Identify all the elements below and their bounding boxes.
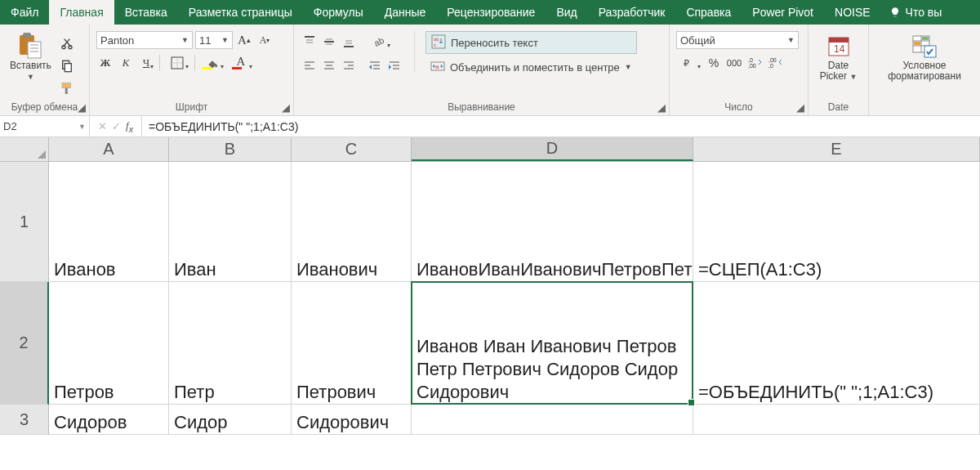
cell-E2[interactable]: =ОБЪЕДИНИТЬ(" ";1;A1:C3) bbox=[693, 282, 980, 405]
decrease-decimal-button[interactable]: ,00,0 bbox=[766, 54, 784, 72]
borders-button[interactable]: ▾ bbox=[164, 54, 190, 72]
align-right-button[interactable] bbox=[340, 57, 358, 75]
format-painter-button[interactable] bbox=[58, 80, 76, 98]
bold-button[interactable]: Ж bbox=[96, 54, 114, 72]
cell-E1[interactable]: =СЦЕП(A1:C3) bbox=[693, 162, 980, 282]
group-label-number: Число bbox=[676, 100, 801, 115]
font-size-combo[interactable]: 11▼ bbox=[195, 31, 233, 49]
row-header-3[interactable]: 3 bbox=[0, 405, 49, 435]
fill-color-button[interactable]: ▾ bbox=[199, 54, 225, 72]
cell-C2[interactable]: Петрович bbox=[292, 282, 412, 405]
row-header-2[interactable]: 2 bbox=[0, 282, 49, 405]
row-header-1[interactable]: 1 bbox=[0, 162, 49, 282]
tell-me-search[interactable]: Что вы bbox=[889, 0, 942, 25]
tab-file[interactable]: Файл bbox=[0, 0, 49, 25]
group-label-date: Date bbox=[815, 100, 862, 115]
cell-C1[interactable]: Иванович bbox=[292, 162, 412, 282]
cell-D3[interactable] bbox=[412, 405, 693, 435]
tab-help[interactable]: Справка bbox=[675, 0, 742, 25]
col-header-E[interactable]: E bbox=[693, 137, 980, 161]
group-clipboard: Вставить▼ Буфер обмена ◢ bbox=[0, 25, 90, 115]
align-middle-button[interactable] bbox=[320, 33, 338, 51]
tab-noise[interactable]: NOISE bbox=[824, 0, 881, 25]
svg-text:₽: ₽ bbox=[684, 58, 689, 68]
tab-formulas[interactable]: Формулы bbox=[303, 0, 374, 25]
copy-button[interactable] bbox=[58, 57, 76, 75]
svg-text:14: 14 bbox=[834, 43, 845, 55]
insert-function-button[interactable]: fx bbox=[126, 119, 133, 134]
underline-button[interactable]: Ч▾ bbox=[137, 54, 155, 72]
tab-insert[interactable]: Вставка bbox=[114, 0, 178, 25]
decrease-indent-button[interactable] bbox=[366, 57, 384, 75]
tab-home[interactable]: Главная bbox=[49, 0, 114, 25]
group-label-alignment: Выравнивание bbox=[301, 100, 662, 115]
column-headers: A B C D E bbox=[0, 137, 980, 162]
svg-rect-10 bbox=[62, 83, 71, 88]
tell-me-label: Что вы bbox=[906, 6, 942, 19]
cell-A2[interactable]: Петров bbox=[49, 282, 169, 405]
align-left-button[interactable] bbox=[301, 57, 318, 75]
clipboard-launcher[interactable]: ◢ bbox=[75, 101, 87, 114]
number-launcher[interactable]: ◢ bbox=[794, 101, 806, 114]
decrease-font-button[interactable]: A▾ bbox=[256, 31, 274, 49]
tab-developer[interactable]: Разработчик bbox=[588, 0, 676, 25]
cell-A3[interactable]: Сидоров bbox=[49, 405, 169, 435]
wrap-text-button[interactable]: abc Переносить текст bbox=[425, 31, 637, 54]
percent-format-button[interactable]: % bbox=[705, 54, 723, 72]
svg-point-7 bbox=[69, 46, 72, 49]
alignment-launcher[interactable]: ◢ bbox=[655, 101, 667, 114]
paste-button[interactable]: Вставить▼ bbox=[7, 31, 55, 84]
increase-indent-button[interactable] bbox=[385, 57, 403, 75]
enter-formula-button[interactable]: ✓ bbox=[112, 120, 121, 132]
group-date: 14 Date Picker ▼ Date bbox=[808, 25, 869, 115]
tab-review[interactable]: Рецензирование bbox=[436, 0, 546, 25]
lightbulb-icon bbox=[889, 7, 901, 18]
svg-rect-58 bbox=[914, 42, 920, 45]
date-picker-button[interactable]: 14 Date Picker ▼ bbox=[815, 31, 862, 84]
align-center-button[interactable] bbox=[320, 57, 338, 75]
font-name-combo[interactable]: Panton▼ bbox=[96, 31, 193, 49]
col-header-B[interactable]: B bbox=[169, 137, 292, 161]
svg-point-6 bbox=[62, 46, 65, 49]
name-box[interactable]: D2▼ bbox=[0, 116, 90, 137]
cell-C3[interactable]: Сидорович bbox=[292, 405, 412, 435]
orientation-button[interactable]: ab▾ bbox=[366, 33, 392, 51]
number-format-combo[interactable]: Общий▼ bbox=[676, 31, 799, 49]
conditional-formatting-button[interactable]: Условное форматировани bbox=[875, 31, 973, 83]
group-styles: Условное форматировани bbox=[869, 25, 980, 115]
align-bottom-button[interactable] bbox=[340, 33, 358, 51]
merge-center-button[interactable]: a Объединить и поместить в центре ▼ bbox=[425, 57, 637, 77]
tab-view[interactable]: Вид bbox=[546, 0, 587, 25]
tab-page-layout[interactable]: Разметка страницы bbox=[178, 0, 303, 25]
tab-power-pivot[interactable]: Power Pivot bbox=[742, 0, 824, 25]
tab-data[interactable]: Данные bbox=[374, 0, 437, 25]
cell-D1[interactable]: ИвановИванИвановичПетровПетрПетровичСидо… bbox=[412, 162, 693, 282]
col-header-D[interactable]: D bbox=[412, 137, 693, 161]
select-all-corner[interactable] bbox=[0, 137, 49, 161]
cell-E3[interactable] bbox=[693, 405, 980, 435]
align-top-button[interactable] bbox=[301, 33, 318, 51]
increase-font-button[interactable]: A▴ bbox=[235, 31, 253, 49]
merge-icon: a bbox=[430, 59, 445, 76]
cells-area[interactable]: Иванов Иван Иванович ИвановИванИвановичП… bbox=[49, 162, 980, 435]
cell-B3[interactable]: Сидор bbox=[169, 405, 292, 435]
cut-button[interactable] bbox=[58, 34, 76, 52]
italic-button[interactable]: К bbox=[117, 54, 135, 72]
svg-text:ab: ab bbox=[372, 35, 385, 48]
comma-format-button[interactable]: 000 bbox=[725, 54, 743, 72]
accounting-format-button[interactable]: ₽▾ bbox=[676, 54, 702, 72]
svg-rect-2 bbox=[28, 42, 41, 58]
cell-B1[interactable]: Иван bbox=[169, 162, 292, 282]
col-header-A[interactable]: A bbox=[49, 137, 169, 161]
increase-decimal-button[interactable]: ,0,00 bbox=[746, 54, 764, 72]
cancel-formula-button[interactable]: ✕ bbox=[98, 120, 107, 132]
row-headers: 1 2 3 bbox=[0, 162, 49, 435]
formula-input[interactable]: =ОБЪЕДИНИТЬ(" ";1;A1:C3) bbox=[142, 116, 980, 137]
font-launcher[interactable]: ◢ bbox=[279, 101, 292, 114]
cell-A1[interactable]: Иванов bbox=[49, 162, 169, 282]
group-number: Общий▼ ₽▾ % 000 ,0,00 ,00,0 Число ◢ bbox=[670, 25, 808, 115]
cell-B2[interactable]: Петр bbox=[169, 282, 292, 405]
col-header-C[interactable]: C bbox=[292, 137, 412, 161]
cell-D2[interactable]: Иванов Иван Иванович Петров Петр Петрови… bbox=[412, 282, 693, 405]
font-color-button[interactable]: A▾ bbox=[228, 54, 254, 72]
